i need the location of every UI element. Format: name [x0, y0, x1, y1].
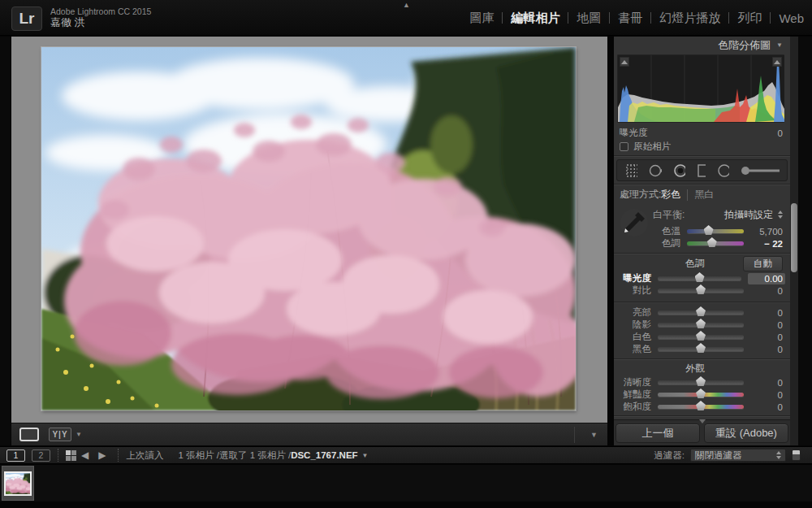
filter-switch-icon[interactable]	[792, 449, 801, 461]
module-separator	[728, 12, 729, 24]
temp-label: 色溫	[653, 225, 680, 237]
main-window-button[interactable]: 1	[6, 449, 25, 462]
vibrance-slider[interactable]	[658, 393, 744, 397]
saturation-label: 飽和度	[614, 401, 651, 413]
white-balance-preset-spinner-icon[interactable]	[778, 211, 783, 219]
filmstrip-filename[interactable]: DSC_1767.NEF	[291, 450, 357, 460]
original-photo-checkbox[interactable]	[620, 142, 628, 151]
adjustment-brush-tool-icon[interactable]	[740, 163, 780, 179]
panel-button-row: 上一個 重設 (Adobe)	[614, 419, 790, 445]
blacks-value[interactable]: 0	[750, 345, 783, 354]
saturation-slider[interactable]	[658, 405, 744, 409]
shadow-clipping-indicator[interactable]	[620, 57, 629, 67]
lightroom-logo: Lr	[11, 7, 42, 31]
filmstrip-path-caret[interactable]: ▼	[362, 452, 369, 459]
contrast-slider-knob[interactable]	[696, 284, 706, 294]
blacks-slider-row: 黑色 0	[614, 343, 790, 355]
previous-button[interactable]: 上一個	[615, 423, 700, 443]
vibrance-slider-knob[interactable]	[696, 389, 706, 398]
right-panel-edge-strip[interactable]	[798, 37, 812, 445]
second-window-button[interactable]: 2	[32, 449, 50, 462]
module-slideshow[interactable]: 幻燈片播放	[659, 11, 720, 26]
tint-slider-knob[interactable]	[707, 237, 717, 247]
treatment-color-option[interactable]: 彩色	[661, 188, 680, 202]
tone-section-header: 色調 自動	[614, 254, 790, 272]
whites-value[interactable]: 0	[750, 332, 783, 342]
loupe-view-button[interactable]	[19, 428, 39, 441]
module-develop[interactable]: 編輯相片	[511, 11, 559, 26]
blacks-slider[interactable]	[658, 347, 744, 351]
main-photo[interactable]	[41, 47, 576, 410]
white-balance-eyedropper-icon[interactable]	[619, 207, 650, 238]
saturation-slider-knob[interactable]	[696, 401, 706, 410]
filmstrip	[0, 465, 812, 501]
next-photo-arrow-icon[interactable]: ▶	[98, 449, 106, 461]
temp-slider[interactable]	[687, 229, 744, 233]
filmstrip-source[interactable]: 上次讀入	[126, 449, 163, 462]
top-panel-collapse-arrow[interactable]: ▲	[403, 2, 410, 9]
white-balance-preset[interactable]: 拍攝時設定	[724, 208, 773, 222]
panel-scrollbar-track[interactable]	[790, 37, 798, 445]
shadows-slider-knob[interactable]	[696, 319, 706, 328]
left-panel-collapsed-strip[interactable]	[0, 37, 11, 445]
identity-plate: Adobe Lightroom CC 2015 嘉徹 洪	[50, 6, 151, 28]
module-web[interactable]: Web	[779, 11, 804, 25]
auto-tone-button[interactable]: 自動	[743, 256, 783, 271]
lightroom-window: Lr Adobe Lightroom CC 2015 嘉徹 洪 圖庫 編輯相片 …	[0, 0, 812, 508]
tint-value[interactable]: − 22	[750, 239, 783, 249]
clarity-slider-knob[interactable]	[696, 376, 706, 386]
module-map[interactable]: 地圖	[577, 11, 601, 26]
toolbar-dotted-separator	[58, 449, 58, 462]
highlight-clipping-indicator[interactable]	[772, 57, 782, 67]
histogram[interactable]	[617, 54, 784, 123]
spot-removal-tool-icon[interactable]	[648, 163, 662, 179]
photo-thumbnail[interactable]	[4, 471, 32, 496]
previous-photo-arrow-icon[interactable]: ◀	[81, 449, 89, 461]
graduated-filter-tool-icon[interactable]	[696, 163, 706, 179]
highlights-value[interactable]: 0	[750, 308, 783, 318]
module-book[interactable]: 書冊	[618, 11, 642, 26]
shadows-slider[interactable]	[658, 323, 744, 327]
treatment-separator	[687, 189, 688, 201]
whites-slider-knob[interactable]	[696, 331, 706, 341]
contrast-slider[interactable]	[658, 289, 744, 293]
blacks-label: 黑色	[614, 343, 651, 355]
vibrance-value[interactable]: 0	[750, 390, 783, 400]
module-print[interactable]: 列印	[737, 11, 762, 26]
highlights-slider-row: 亮部 0	[614, 306, 790, 319]
red-eye-tool-icon[interactable]	[672, 163, 685, 179]
temp-value[interactable]: 5,700	[750, 227, 783, 237]
before-after-dropdown-caret[interactable]: ▼	[76, 431, 82, 438]
saturation-value[interactable]: 0	[750, 402, 783, 412]
grid-view-icon[interactable]	[66, 450, 76, 461]
exposure-slider-knob[interactable]	[695, 272, 705, 282]
blacks-slider-knob[interactable]	[696, 343, 706, 353]
clarity-slider-row: 清晰度 0	[614, 376, 790, 389]
toolbar-divider	[574, 427, 575, 443]
tint-slider[interactable]	[687, 241, 744, 245]
clarity-value[interactable]: 0	[750, 378, 783, 388]
radial-filter-tool-icon[interactable]	[716, 163, 729, 179]
temp-slider-knob[interactable]	[704, 225, 714, 235]
before-after-button[interactable]: Y|Y	[49, 428, 71, 441]
panel-scrollbar-thumb[interactable]	[791, 203, 797, 272]
histogram-panel-header[interactable]: 色階分佈圖 ▼	[614, 37, 790, 54]
reset-button[interactable]: 重設 (Adobe)	[704, 423, 788, 443]
filmstrip-selected-cell[interactable]	[2, 466, 34, 501]
highlights-slider[interactable]	[658, 310, 744, 315]
shadows-value[interactable]: 0	[750, 320, 783, 330]
tint-label: 色調	[653, 237, 680, 250]
highlights-slider-knob[interactable]	[696, 306, 706, 316]
exposure-value[interactable]: 0.00	[748, 273, 785, 284]
crop-tool-icon[interactable]	[624, 163, 637, 179]
filter-dropdown[interactable]: 關閉過濾器	[690, 449, 786, 462]
develop-toolbar: Y|Y ▼ ▼	[11, 423, 607, 445]
treatment-bw-option[interactable]: 黑白	[694, 188, 714, 202]
exposure-slider[interactable]	[658, 276, 741, 280]
clarity-slider[interactable]	[658, 380, 744, 384]
whites-slider[interactable]	[658, 335, 744, 339]
toolbar-options-caret[interactable]: ▼	[590, 431, 598, 439]
module-library[interactable]: 圖庫	[469, 11, 494, 26]
contrast-value[interactable]: 0	[750, 286, 783, 296]
identity-name: 嘉徹 洪	[50, 17, 151, 28]
